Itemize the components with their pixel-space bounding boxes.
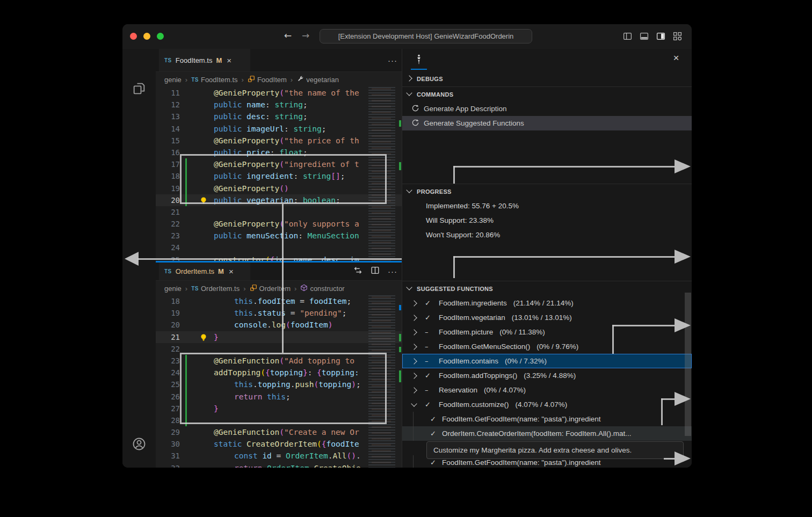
code-line[interactable]: 30static CreateOrderItem({foodIte [156,438,402,450]
command-item[interactable]: Generate Suggested Functions [402,116,692,130]
section-commands[interactable]: COMMANDS [402,87,692,101]
line-number: 21 [159,206,180,218]
suggested-function-row[interactable]: –FoodItem.contains(0% / 7.32%) [402,354,692,368]
toggle-primary-sidebar-icon[interactable] [623,32,632,41]
editor-split-sash[interactable] [156,261,402,263]
forward-button[interactable]: → [299,30,312,41]
line-number: 21 [159,331,180,343]
chevron-right-icon[interactable] [411,358,417,364]
code-line[interactable]: 23public menuSection: MenuSection [156,230,402,242]
suggested-function-row[interactable]: –Reservation(0% / 4.07%) [402,383,692,397]
suggested-function-row[interactable]: ✓FoodItem.addToppings()(3.25% / 4.88%) [402,368,692,383]
suggested-function-row[interactable]: –FoodItem.GetMenuSection()(0% / 9.76%) [402,339,692,354]
code-line[interactable]: 24 [156,242,402,253]
check-icon: ✓ [425,397,431,412]
line-number: 22 [159,218,180,230]
chevron-right-icon[interactable] [411,300,417,306]
line-number: 20 [159,194,180,206]
chevron-right-icon[interactable] [411,387,417,393]
suggested-function-row[interactable]: –FoodItem.picture(0% / 11.38%) [402,325,692,339]
split-editor-icon[interactable] [371,266,380,277]
breadcrumb-separator: › [242,76,244,84]
function-label: FoodItem.GetMenuSection()(0% / 9.76%) [439,339,578,354]
breadcrumb-item[interactable]: vegetarian [296,75,339,84]
line-number: 18 [159,170,180,182]
tab-fooditem[interactable]: TS FoodItem.ts M × [159,49,250,71]
toggle-panel-icon[interactable] [640,32,649,41]
breadcrumb-label: FoodItem.ts [201,76,238,84]
tab-orderitem[interactable]: TS OrderItem.ts M × [159,263,250,280]
chevron-right-icon[interactable] [411,344,417,349]
suggested-function-row[interactable]: ✓FoodItem.GetFoodItem(name: "pasta").ing… [402,412,692,426]
code-line[interactable]: 21} [156,331,402,343]
breadcrumb-item[interactable]: OrderItem [250,284,291,293]
customize-layout-icon[interactable] [673,32,682,41]
code-line[interactable]: 29@GenieFunction("Create a new Or [156,426,402,438]
suggested-function-row[interactable]: ✓FoodItem.vegetarian(13.01% / 13.01%) [402,310,692,325]
code-line[interactable]: 21 [156,206,402,218]
code-line[interactable]: 20console.log(foodItem) [156,319,402,331]
progress-line: Will Support: 23.38% [426,214,494,228]
code-line[interactable]: 22@GenieProperty("only supports a [156,218,402,230]
toggle-secondary-sidebar-icon[interactable] [656,32,665,41]
genie-view-icon[interactable] [414,54,424,67]
account-icon[interactable] [132,436,147,454]
line-number: 17 [159,158,180,170]
chevron-right-icon[interactable] [411,329,417,335]
code-line[interactable]: 15@GenieProperty("the price of th [156,135,402,147]
section-progress[interactable]: PROGRESS [402,184,692,199]
chevron-right-icon[interactable] [411,315,417,321]
window-minimize-button[interactable] [143,33,150,40]
coverage-percent: (13.01% / 13.01%) [512,314,572,322]
breadcrumb-item[interactable]: FoodItem [248,75,287,84]
breadcrumb-item[interactable]: constructor [300,284,344,293]
open-changes-icon[interactable] [353,266,363,277]
breadcrumb-item[interactable]: genie [164,285,182,293]
code-text: @GenieProperty("the name of the [214,87,359,99]
code-text: return OrderItem.CreateObje [234,462,361,468]
section-debugs[interactable]: DEBUGS [402,71,692,86]
code-line[interactable]: 14public imageUrl: string; [156,123,402,135]
breadcrumb-label: genie [164,285,182,293]
code-line[interactable]: 12public name: string; [156,99,402,111]
close-panel-icon[interactable]: × [670,52,683,64]
section-suggested-functions[interactable]: SUGGESTED FUNCTIONS [402,281,692,296]
class-icon [250,284,257,293]
close-tab-icon[interactable]: × [229,267,234,276]
code-text: public menuSection: MenuSection [214,230,359,242]
code-line[interactable]: 32return OrderItem.CreateObje [156,462,402,468]
chevron-right-icon[interactable] [411,373,417,378]
function-label: FoodItem.GetFoodItem(name: "pasta").ingr… [442,412,600,426]
tree-indent-guide [413,412,414,426]
coverage-percent: (3.25% / 4.88%) [524,372,576,380]
close-tab-icon[interactable]: × [227,56,231,65]
code-line[interactable]: 31const id = OrderItem.All(). [156,450,402,462]
more-actions-icon[interactable]: ··· [388,56,397,65]
suggested-function-row[interactable]: ✓OrderItem.CreateOrderItem(foodItem: Foo… [402,426,692,441]
code-line[interactable]: 18this.foodItem = foodItem; [156,295,402,307]
code-text: @GenieFunction("Create a new Or [214,426,359,438]
code-line[interactable]: 19this.status = "pending"; [156,307,402,319]
code-line[interactable]: 13public desc: string; [156,111,402,122]
explorer-icon[interactable] [132,81,147,98]
annotation-arrow-left-line [137,258,402,260]
command-label: Generate App Description [424,105,507,113]
panel-scrollbar[interactable] [685,293,691,436]
breadcrumb-item[interactable]: TSOrderItem.ts [191,285,240,293]
window-zoom-button[interactable] [157,33,164,40]
command-item[interactable]: Generate App Description [402,101,692,116]
suggested-function-row[interactable]: ✓FoodItem.ingredients(21.14% / 21.14%) [402,296,692,310]
suggested-function-row[interactable]: ✓FoodItem.customize()(4.07% / 4.07%) [402,397,692,412]
window-close-button[interactable] [130,33,137,40]
more-actions-icon[interactable]: ··· [388,267,397,276]
minimap-added-marker [399,120,401,127]
breadcrumb-item[interactable]: genie [164,76,182,84]
title-bar: ← → [Extension Development Host] GenieWi… [122,24,692,49]
breadcrumb-item[interactable]: TSFoodItem.ts [191,76,237,84]
command-center[interactable]: [Extension Development Host] GenieWizard… [320,29,532,43]
annotation-box-vegetarian [180,154,387,204]
back-button[interactable]: ← [281,30,294,41]
code-line[interactable]: 11@GenieProperty("the name of the [156,87,402,99]
chevron-down-icon[interactable] [411,401,417,406]
function-label: OrderItem.CreateOrderItem(foodItem: Food… [442,426,632,441]
